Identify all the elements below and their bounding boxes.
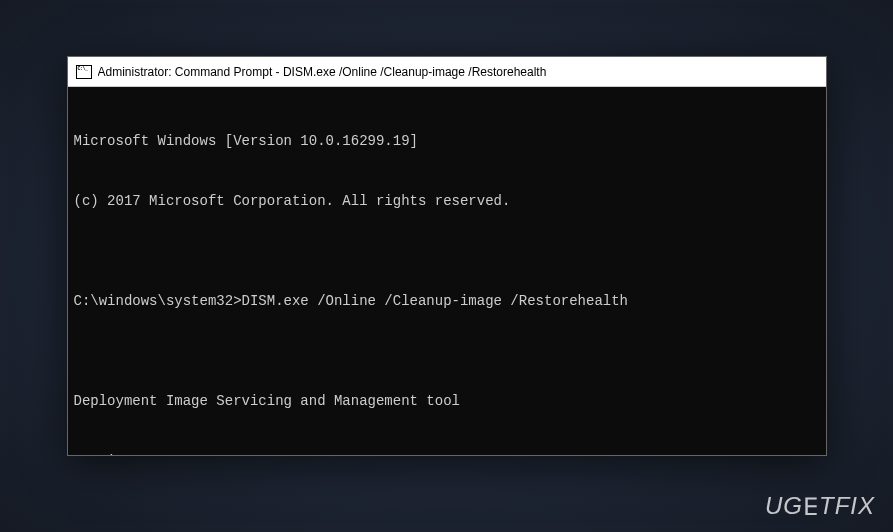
console-output[interactable]: Microsoft Windows [Version 10.0.16299.19… — [68, 87, 826, 455]
console-line: (c) 2017 Microsoft Corporation. All righ… — [74, 191, 820, 211]
cmd-icon — [76, 65, 92, 79]
console-line: Version: 10.0.16299.15 — [74, 451, 820, 455]
window-title: Administrator: Command Prompt - DISM.exe… — [98, 65, 547, 79]
console-line: Deployment Image Servicing and Managemen… — [74, 391, 820, 411]
command-prompt-window: Administrator: Command Prompt - DISM.exe… — [67, 56, 827, 456]
console-prompt-line: C:\windows\system32>DISM.exe /Online /Cl… — [74, 291, 820, 311]
console-line: Microsoft Windows [Version 10.0.16299.19… — [74, 131, 820, 151]
watermark: UG∃TFIX — [765, 492, 875, 520]
watermark-text2: TFIX — [819, 492, 875, 519]
titlebar[interactable]: Administrator: Command Prompt - DISM.exe… — [68, 57, 826, 87]
watermark-text1: UG — [765, 492, 803, 519]
watermark-e-icon: ∃ — [803, 493, 819, 521]
